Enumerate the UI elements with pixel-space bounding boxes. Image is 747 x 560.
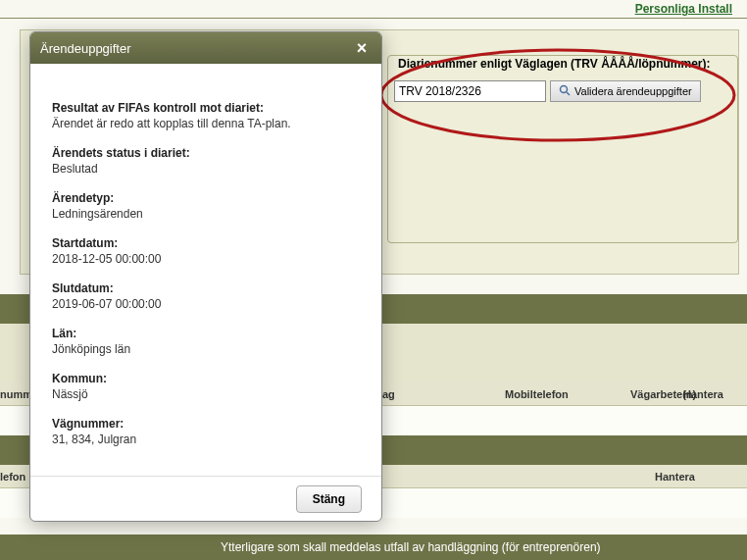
field-type-value: Ledningsärenden xyxy=(52,207,360,221)
th-mobil: Mobiltelefon xyxy=(505,388,569,400)
bottom-status-text: Ytterligare som skall meddelas utfall av… xyxy=(221,540,601,554)
field-result-value: Ärendet är redo att kopplas till denna T… xyxy=(52,117,360,130)
arendeuppgifter-modal: Ärendeuppgifter × Resultat av FIFAs kont… xyxy=(29,31,382,522)
field-status: Ärendets status i diariet: Beslutad xyxy=(52,146,360,176)
bottom-status-bar: Ytterligare som skall meddelas utfall av… xyxy=(0,535,747,560)
diarie-legend: Diarienummer enligt Väglagen (TRV ÅÅÅÅ/l… xyxy=(394,57,715,71)
close-icon[interactable]: × xyxy=(352,38,372,58)
field-result: Resultat av FIFAs kontroll mot diariet: … xyxy=(52,101,360,130)
validate-button[interactable]: Validera ärendeuppgifter xyxy=(550,80,701,102)
field-start-value: 2018-12-05 00:00:00 xyxy=(52,252,360,266)
validate-button-label: Validera ärendeuppgifter xyxy=(574,85,692,97)
field-vagnummer-label: Vägnummer: xyxy=(52,417,360,431)
field-vagnummer-value: 31, 834, Julgran xyxy=(52,433,360,446)
personal-settings-link[interactable]: Personliga Install xyxy=(635,2,732,16)
search-icon xyxy=(559,84,571,98)
field-kommun-value: Nässjö xyxy=(52,387,360,401)
field-status-label: Ärendets status i diariet: xyxy=(52,146,360,160)
field-kommun: Kommun: Nässjö xyxy=(52,372,360,401)
field-end-label: Slutdatum: xyxy=(52,281,360,295)
th-hantera2: Hantera xyxy=(655,471,695,483)
field-start: Startdatum: 2018-12-05 00:00:00 xyxy=(52,236,360,266)
divider xyxy=(0,18,747,19)
field-type: Ärendetyp: Ledningsärenden xyxy=(52,191,360,221)
close-button[interactable]: Stäng xyxy=(296,485,362,513)
field-kommun-label: Kommun: xyxy=(52,372,360,385)
field-status-value: Beslutad xyxy=(52,162,360,176)
diarie-number-input[interactable] xyxy=(394,80,546,102)
modal-header: Ärendeuppgifter × xyxy=(30,32,381,64)
field-result-label: Resultat av FIFAs kontroll mot diariet: xyxy=(52,101,360,115)
modal-footer: Stäng xyxy=(30,476,381,521)
field-lan-value: Jönköpings län xyxy=(52,342,360,356)
field-start-label: Startdatum: xyxy=(52,236,360,250)
field-lan-label: Län: xyxy=(52,327,360,340)
svg-point-0 xyxy=(561,86,568,93)
modal-title: Ärendeuppgifter xyxy=(40,41,131,56)
field-type-label: Ärendetyp: xyxy=(52,191,360,205)
field-end: Slutdatum: 2019-06-07 00:00:00 xyxy=(52,281,360,311)
modal-body: Resultat av FIFAs kontroll mot diariet: … xyxy=(30,64,381,476)
field-lan: Län: Jönköpings län xyxy=(52,327,360,356)
th-tag: ag xyxy=(382,388,395,400)
th-lefon: lefon xyxy=(0,471,25,483)
th-hantera: Hantera xyxy=(683,388,723,400)
svg-line-1 xyxy=(567,92,570,95)
field-vagnummer: Vägnummer: 31, 834, Julgran xyxy=(52,417,360,446)
field-end-value: 2019-06-07 00:00:00 xyxy=(52,297,360,311)
